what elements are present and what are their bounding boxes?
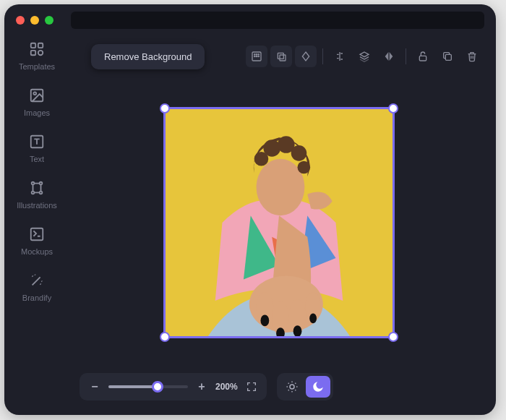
top-toolbar: Remove Background	[75, 36, 483, 77]
svg-point-15	[258, 54, 259, 55]
svg-point-38	[309, 314, 317, 324]
sidebar-item-label: Images	[24, 108, 50, 117]
svg-rect-11	[31, 228, 43, 241]
svg-point-9	[32, 192, 35, 194]
sidebar: Templates Images Text Illustrations	[4, 36, 69, 415]
sidebar-item-templates[interactable]: Templates	[19, 40, 55, 71]
svg-rect-19	[278, 53, 283, 59]
zoom-control: − + 200%	[80, 373, 267, 400]
templates-icon	[28, 40, 46, 58]
svg-point-14	[256, 54, 257, 55]
svg-point-29	[298, 161, 311, 174]
zoom-out-button[interactable]: −	[88, 380, 101, 393]
canvas[interactable]	[75, 77, 483, 369]
flip-button[interactable]	[378, 46, 400, 67]
svg-point-3	[38, 51, 43, 55]
sidebar-item-label: Brandify	[22, 293, 51, 302]
zoom-slider-thumb[interactable]	[152, 381, 163, 393]
resize-handle-top-right[interactable]	[388, 103, 398, 113]
toolbar-divider	[322, 48, 323, 64]
sidebar-item-label: Illustrations	[17, 201, 57, 210]
svg-rect-20	[280, 55, 286, 61]
delete-button[interactable]	[461, 46, 483, 67]
photo-content	[166, 109, 393, 336]
effects-button[interactable]	[295, 46, 317, 67]
fit-screen-button[interactable]	[245, 380, 258, 393]
light-theme-button[interactable]	[280, 376, 304, 398]
text-icon	[28, 133, 46, 150]
zoom-level-label: 200%	[215, 382, 238, 392]
shadow-button[interactable]	[270, 46, 292, 67]
sun-icon	[286, 380, 299, 393]
resize-handle-top-left[interactable]	[160, 103, 170, 113]
editor-area: Remove Background	[69, 36, 496, 415]
background-button[interactable]	[246, 46, 267, 67]
svg-point-5	[33, 92, 36, 95]
sidebar-item-images[interactable]: Images	[24, 87, 50, 117]
dark-theme-button[interactable]	[306, 376, 330, 398]
sidebar-item-label: Text	[30, 155, 44, 163]
brandify-icon	[28, 272, 46, 289]
sidebar-item-text[interactable]: Text	[28, 133, 46, 163]
sidebar-item-label: Mockups	[21, 247, 53, 256]
sidebar-item-illustrations[interactable]: Illustrations	[17, 179, 57, 210]
minimize-window-button[interactable]	[30, 16, 39, 25]
layers-button[interactable]	[353, 46, 375, 67]
app-window: Templates Images Text Illustrations	[4, 4, 496, 415]
svg-point-17	[256, 56, 257, 56]
sidebar-item-brandify[interactable]: Brandify	[22, 272, 51, 302]
image-icon	[28, 87, 46, 104]
sidebar-item-label: Templates	[19, 62, 55, 71]
svg-rect-22	[445, 54, 451, 60]
titlebar	[4, 4, 496, 36]
svg-point-8	[40, 182, 43, 185]
svg-point-24	[257, 159, 305, 216]
svg-point-28	[291, 145, 307, 161]
bottom-toolbar: − + 200%	[75, 369, 483, 405]
svg-rect-1	[38, 43, 43, 48]
close-window-button[interactable]	[16, 16, 25, 25]
svg-point-13	[254, 54, 255, 55]
svg-point-10	[40, 192, 43, 194]
illustrations-icon	[28, 179, 46, 197]
svg-point-35	[260, 315, 269, 327]
svg-rect-2	[31, 51, 35, 55]
svg-point-16	[254, 56, 255, 56]
svg-point-39	[290, 385, 294, 389]
svg-point-7	[32, 182, 35, 185]
maximize-window-button[interactable]	[45, 16, 53, 25]
remove-background-button[interactable]: Remove Background	[91, 44, 205, 69]
svg-rect-0	[31, 43, 35, 48]
mockups-icon	[28, 226, 46, 243]
zoom-in-button[interactable]: +	[195, 380, 208, 393]
svg-point-18	[258, 56, 259, 56]
align-button[interactable]	[329, 46, 351, 67]
svg-point-26	[263, 140, 280, 157]
zoom-slider[interactable]	[108, 385, 188, 388]
svg-rect-21	[419, 56, 426, 61]
address-bar[interactable]	[71, 12, 484, 29]
resize-handle-bottom-left[interactable]	[160, 332, 170, 342]
moon-icon	[312, 380, 325, 393]
selected-image[interactable]	[163, 107, 395, 338]
duplicate-button[interactable]	[437, 46, 458, 67]
lock-button[interactable]	[412, 46, 434, 67]
zoom-slider-fill	[108, 385, 158, 388]
resize-handle-bottom-right[interactable]	[388, 332, 398, 342]
toolbar-divider	[406, 48, 406, 64]
sidebar-item-mockups[interactable]: Mockups	[21, 226, 53, 256]
theme-toggle	[277, 373, 333, 400]
